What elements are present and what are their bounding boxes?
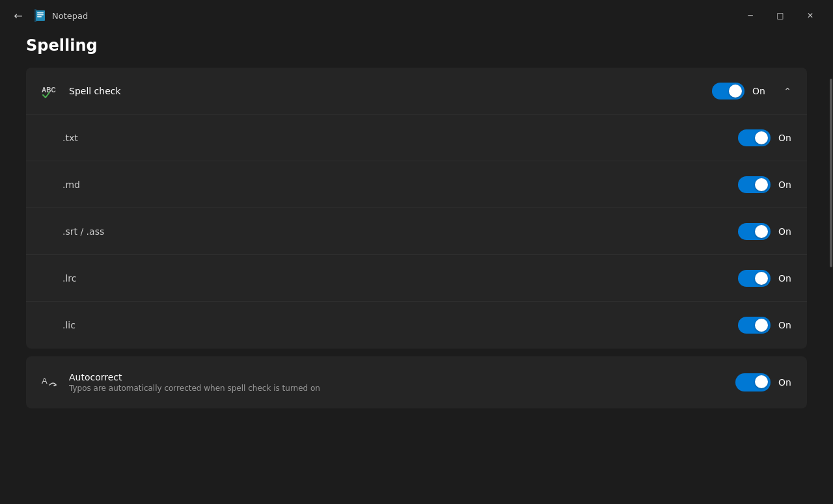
srt-row: .srt / .ass On	[26, 208, 807, 255]
autocorrect-text-block: Autocorrect Typos are automatically corr…	[69, 372, 735, 393]
svg-rect-2	[37, 14, 44, 16]
back-button[interactable]: ←	[8, 5, 29, 26]
scrollbar-track	[829, 31, 833, 504]
svg-rect-0	[36, 10, 45, 21]
md-value: On	[738, 176, 794, 193]
svg-text:A: A	[42, 376, 48, 386]
autocorrect-icon: A	[39, 372, 60, 393]
autocorrect-toggle[interactable]	[735, 373, 771, 391]
spell-check-icon: ABC	[39, 81, 60, 101]
lrc-row: .lrc On	[26, 255, 807, 302]
txt-value: On	[738, 129, 794, 146]
titlebar: ← Notepad ─ □ ✕	[0, 0, 833, 31]
spell-check-row: ABC Spell check On ⌃	[26, 68, 807, 114]
spell-check-card: ABC Spell check On ⌃ .txt On .md O	[26, 68, 807, 349]
lrc-value: On	[738, 270, 794, 287]
svg-rect-1	[37, 12, 44, 14]
autocorrect-card: A Autocorrect Typos are automatically co…	[26, 356, 807, 408]
spell-check-label: Spell check	[69, 86, 712, 96]
lic-row: .lic On	[26, 302, 807, 349]
spell-check-status: On	[752, 86, 768, 96]
md-toggle[interactable]	[738, 176, 771, 193]
txt-label: .txt	[62, 133, 738, 143]
autocorrect-value: On	[735, 373, 794, 391]
lrc-status: On	[778, 273, 794, 284]
txt-row: .txt On	[26, 114, 807, 161]
txt-toggle[interactable]	[738, 129, 771, 146]
md-row: .md On	[26, 161, 807, 208]
srt-label: .srt / .ass	[62, 226, 738, 237]
spell-check-chevron[interactable]: ⌃	[781, 86, 794, 96]
scrollbar-thumb[interactable]	[830, 79, 832, 268]
lrc-toggle[interactable]	[738, 270, 771, 287]
minimize-button[interactable]: ─	[735, 5, 765, 26]
lic-value: On	[738, 317, 794, 334]
md-status: On	[778, 179, 794, 190]
autocorrect-status: On	[778, 377, 794, 388]
maximize-button[interactable]: □	[765, 5, 795, 26]
app-title: Notepad	[52, 11, 735, 21]
page-title: Spelling	[26, 36, 807, 55]
app-icon	[34, 9, 47, 22]
autocorrect-description: Typos are automatically corrected when s…	[69, 384, 735, 393]
lic-label: .lic	[62, 320, 738, 330]
lic-status: On	[778, 320, 794, 330]
srt-value: On	[738, 223, 794, 240]
txt-status: On	[778, 133, 794, 143]
spell-check-value: On ⌃	[712, 83, 794, 99]
page-content: Spelling ABC Spell check On ⌃ .txt	[0, 31, 833, 504]
close-button[interactable]: ✕	[795, 5, 825, 26]
svg-rect-3	[37, 16, 42, 18]
md-label: .md	[62, 179, 738, 190]
autocorrect-label: Autocorrect	[69, 372, 735, 382]
spell-check-toggle[interactable]	[712, 83, 744, 99]
svg-rect-4	[34, 9, 36, 22]
lic-toggle[interactable]	[738, 317, 771, 334]
srt-toggle[interactable]	[738, 223, 771, 240]
lrc-label: .lrc	[62, 273, 738, 284]
window-controls: ─ □ ✕	[735, 5, 825, 26]
autocorrect-row: A Autocorrect Typos are automatically co…	[26, 356, 807, 408]
srt-status: On	[778, 226, 794, 237]
